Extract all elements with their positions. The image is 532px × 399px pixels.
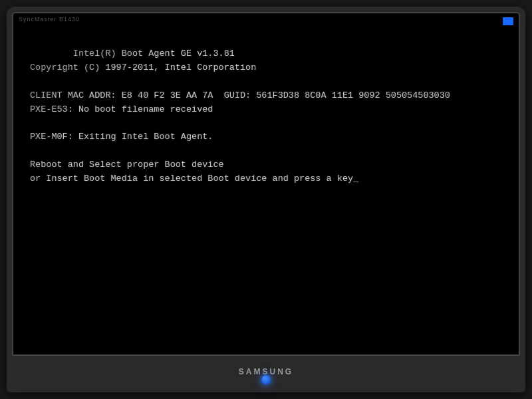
screen: SyncMaster B1430 Intel(R) Boot Agent GE … bbox=[13, 13, 519, 354]
bios-line-5: PXE-E53: No boot filename received bbox=[30, 104, 213, 114]
power-button[interactable] bbox=[261, 375, 271, 384]
monitor-model-label: SyncMaster B1430 bbox=[19, 16, 80, 23]
monitor-bezel: SyncMaster B1430 Intel(R) Boot Agent GE … bbox=[12, 12, 520, 356]
bios-line-7: PXE-M0F: Exiting Intel Boot Agent. bbox=[30, 132, 213, 142]
bios-line-2: Copyright (C) 1997-2011, Intel Corporati… bbox=[30, 63, 256, 72]
monitor-bottom: SAMSUNG bbox=[12, 356, 520, 392]
bios-line-9: Reboot and Select proper Boot device bbox=[30, 160, 224, 170]
monitor: SyncMaster B1430 Intel(R) Boot Agent GE … bbox=[7, 7, 525, 392]
bios-output: Intel(R) Boot Agent GE v1.3.81 Copyright… bbox=[30, 33, 502, 200]
bios-line-4: CLIENT MAC ADDR: E8 40 F2 3E AA 7A GUID:… bbox=[30, 90, 450, 100]
bios-line-1: Intel(R) Boot Agent GE v1.3.81 bbox=[73, 49, 235, 59]
bios-line-10: or Insert Boot Media in selected Boot de… bbox=[30, 174, 358, 184]
blue-indicator bbox=[503, 17, 513, 25]
